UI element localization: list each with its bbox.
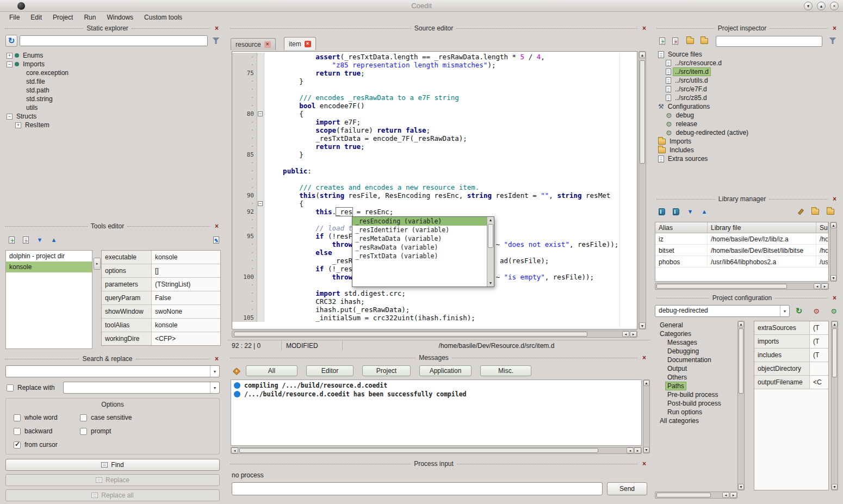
tree-expander-icon[interactable]: − <box>7 61 13 67</box>
property-value[interactable] <box>810 362 828 376</box>
code-line[interactable]: 90 this(string resFile, ResEncoding resE… <box>232 191 637 200</box>
expand-grid-button[interactable]: ▸ <box>94 258 101 270</box>
chevron-down-icon[interactable] <box>210 382 219 393</box>
tree-item-categories[interactable]: Categories <box>655 329 736 338</box>
menu-item-windows[interactable]: Windows <box>102 13 138 22</box>
scroll-left-icon[interactable]: ◂ <box>814 283 821 289</box>
editor-tab-resource[interactable]: resource <box>231 38 276 50</box>
tree-expander-icon[interactable]: + <box>15 122 21 128</box>
checkbox-prompt[interactable] <box>80 428 87 435</box>
filter-button-editor[interactable]: Editor <box>306 365 354 376</box>
library-row-phobos[interactable]: phobos/usr/lib64/libphobos2.a/us <box>655 256 828 267</box>
scroll-down-icon[interactable]: ▼ <box>832 484 838 490</box>
scroll-up-icon[interactable]: ▲ <box>830 222 836 228</box>
scroll-right-icon[interactable]: ▸ <box>821 283 828 289</box>
add-configuration-button[interactable] <box>828 305 840 317</box>
scrollbar-thumb[interactable] <box>739 328 743 394</box>
editor-vertical-scrollbar[interactable]: ▲ ▼ <box>639 51 646 329</box>
close-panel-icon[interactable] <box>641 25 648 32</box>
close-panel-icon[interactable] <box>831 295 838 302</box>
close-panel-icon[interactable] <box>213 223 220 230</box>
tree-item-run-options[interactable]: Run options <box>655 408 736 416</box>
tree-item-source-files[interactable]: Source files <box>655 50 840 59</box>
property-value[interactable]: (T <box>810 335 828 349</box>
completion-item[interactable]: _resEncoding (variable) <box>352 217 487 226</box>
completion-item[interactable]: _resIdentifier (variable) <box>352 226 487 234</box>
column-header-alias[interactable]: Alias <box>655 222 708 233</box>
tree-item-src-item-d[interactable]: ../src/item.d <box>655 67 840 76</box>
tree-item-release[interactable]: release <box>655 120 840 128</box>
property-value[interactable]: (T <box>810 321 828 335</box>
configuration-combo[interactable]: debug-redirected <box>655 305 790 317</box>
property-value[interactable]: konsole <box>152 319 220 332</box>
tree-item-enums[interactable]: +Enums <box>3 51 222 60</box>
scroll-left-icon[interactable]: ◂ <box>622 331 629 337</box>
tree-item-imports[interactable]: −Imports <box>3 60 222 69</box>
library-row-bitset[interactable]: bitset/home/basile/Dev/Bitset/lib/bitse/… <box>655 245 828 256</box>
tree-item-src-z85-d[interactable]: ../src/z85.d <box>655 94 840 102</box>
tree-item-output[interactable]: Output <box>655 364 736 373</box>
scrollbar-thumb[interactable] <box>832 328 837 377</box>
replace-with-checkbox[interactable] <box>7 384 14 391</box>
close-panel-icon[interactable] <box>641 461 648 468</box>
checkbox-backward[interactable] <box>14 428 21 435</box>
tree-item-structs[interactable]: −Structs <box>3 112 222 121</box>
property-value[interactable]: swoNone <box>152 305 220 319</box>
menu-item-run[interactable]: Run <box>79 13 101 22</box>
scroll-left-icon[interactable]: ◂ <box>627 447 634 453</box>
menu-item-custom-tools[interactable]: Custom tools <box>139 13 187 22</box>
code-line[interactable]: · <box>232 159 637 167</box>
property-value[interactable]: <C <box>810 376 828 389</box>
tree-item-debug-redirected-active[interactable]: debug-redirected (active) <box>655 128 840 137</box>
tree-item-documentation[interactable]: Documentation <box>655 356 736 364</box>
code-line[interactable]: · ihash.put(_resRawData); <box>232 306 637 314</box>
maximize-icon[interactable]: ▴ <box>817 2 826 10</box>
scroll-down-icon[interactable]: ▼ <box>643 447 649 453</box>
move-library-down-button[interactable] <box>684 206 696 217</box>
code-line[interactable]: 85 } <box>232 151 637 159</box>
close-tab-icon[interactable] <box>264 41 271 48</box>
search-term-combo[interactable] <box>5 365 220 377</box>
code-line[interactable]: 75 return true; <box>232 69 637 77</box>
scroll-down-icon[interactable]: ▼ <box>830 275 836 281</box>
menu-item-file[interactable]: File <box>4 13 24 22</box>
tree-item-post-build-process[interactable]: Post-build process <box>655 399 736 408</box>
tree-item-imports[interactable]: Imports <box>655 137 840 146</box>
message-category-button[interactable] <box>231 365 243 377</box>
close-panel-icon[interactable] <box>213 25 220 32</box>
tree-item-std-file[interactable]: std.file <box>3 77 222 86</box>
edit-library-button[interactable] <box>794 206 806 217</box>
completion-item[interactable]: _resMetaData (variable) <box>352 234 487 243</box>
code-line[interactable]: · <box>232 175 637 183</box>
scrollbar-thumb[interactable] <box>640 60 645 164</box>
completion-item[interactable]: _resRawData (variable) <box>352 243 487 252</box>
code-line[interactable]: · public: <box>232 167 637 175</box>
code-line[interactable]: · import e7F; <box>232 118 637 126</box>
scrollbar-thumb[interactable] <box>234 332 587 337</box>
add-tool-button[interactable]: + <box>5 234 17 246</box>
scrollbar-thumb[interactable] <box>656 493 711 497</box>
tree-item-messages[interactable]: Messages <box>655 338 736 347</box>
scroll-up-icon[interactable]: ▲ <box>832 321 838 327</box>
message-list[interactable]: compiling /.../build/resource.d.coedit/.… <box>231 379 642 446</box>
scroll-left-icon[interactable]: ◂ <box>722 492 729 498</box>
checkbox-case-sensitive[interactable] <box>80 414 87 421</box>
edit-tool-button[interactable]: ✎ <box>210 234 222 246</box>
messages-horizontal-scrollbar[interactable]: ◂ ◂ ▸ <box>231 447 642 454</box>
library-row-iz[interactable]: iz/home/basile/Dev/Iz/lib/iz.a/ho <box>655 233 828 245</box>
fold-collapse-icon[interactable]: − <box>258 111 263 116</box>
remove-library-button[interactable] <box>670 206 682 217</box>
scrollbar-thumb[interactable] <box>488 224 493 248</box>
message-row[interactable]: compiling /.../build/resource.d.coedit <box>231 381 641 390</box>
filter-button-project[interactable]: Project <box>362 365 411 376</box>
option-backward[interactable]: backward <box>14 427 80 435</box>
config-horizontal-scrollbar[interactable]: ◂ ▸ <box>655 491 737 499</box>
code-line[interactable]: · scope(failure) return false; <box>232 126 637 134</box>
move-library-up-button[interactable] <box>698 206 710 217</box>
library-from-folder-button[interactable] <box>825 206 836 217</box>
completion-item[interactable]: _resTxtData (variable) <box>352 252 487 260</box>
filter-button-all[interactable]: All <box>246 365 297 376</box>
inspector-filter-button[interactable] <box>827 35 839 47</box>
column-header-su[interactable]: Su <box>816 222 828 233</box>
add-source-button[interactable]: + <box>656 35 668 47</box>
